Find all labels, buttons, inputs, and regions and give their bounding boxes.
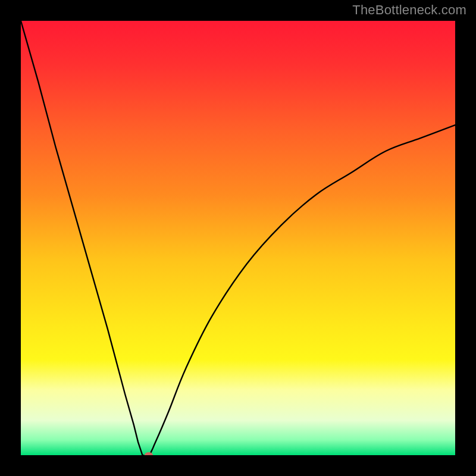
chart-frame: TheBottleneck.com <box>0 0 476 476</box>
curve-layer <box>21 21 455 455</box>
minimum-marker <box>145 452 153 455</box>
plot-area <box>21 21 455 455</box>
bottleneck-curve <box>21 21 455 455</box>
watermark-text: TheBottleneck.com <box>352 2 466 18</box>
